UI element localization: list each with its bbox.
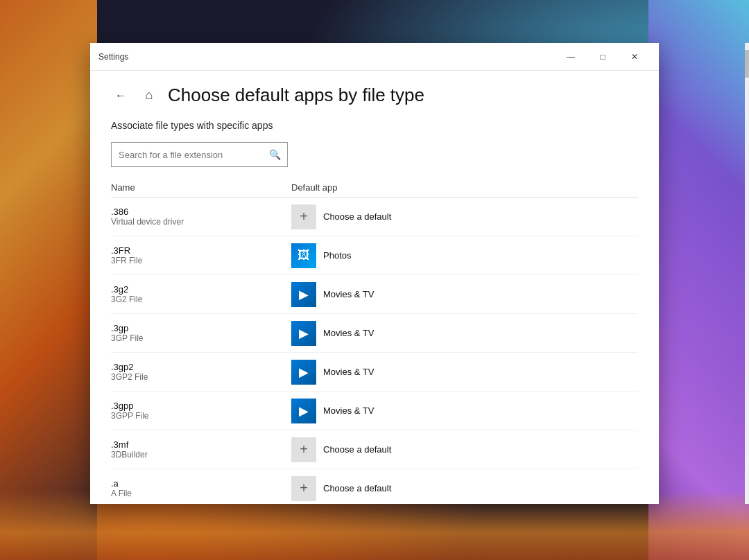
search-icon: 🔍 <box>269 149 281 160</box>
app-name: Choose a default <box>323 483 391 493</box>
plus-icon: + <box>291 476 316 501</box>
back-button[interactable]: ← <box>111 86 130 105</box>
default-app-button[interactable]: + Choose a default <box>291 437 638 462</box>
file-list[interactable]: .386 Virtual device driver + Choose a de… <box>111 198 638 504</box>
file-extension: .3gp <box>111 323 291 333</box>
photos-icon: 🖼 <box>291 243 316 268</box>
cubes-right-decoration <box>648 0 749 560</box>
file-description: Virtual device driver <box>111 217 291 227</box>
file-description: 3GP File <box>111 333 291 343</box>
file-extension: .3FR <box>111 245 291 256</box>
file-description: A File <box>111 489 291 498</box>
file-info: .a A File <box>111 478 291 498</box>
app-name: Movies & TV <box>323 328 374 338</box>
page-title: Choose default apps by file type <box>168 85 424 106</box>
title-bar: Settings — □ ✕ <box>90 43 659 71</box>
file-extension: .a <box>111 478 291 489</box>
plus-icon: + <box>291 437 316 462</box>
file-info: .3FR 3FR File <box>111 245 291 265</box>
default-app-button[interactable]: ▶ Movies & TV <box>291 360 638 385</box>
app-name: Choose a default <box>323 444 391 455</box>
file-row: .3FR 3FR File 🖼 Photos <box>111 236 638 275</box>
content-area: ← ⌂ Choose default apps by file type Ass… <box>90 71 659 504</box>
file-row: .a A File + Choose a default <box>111 469 638 504</box>
app-name: Movies & TV <box>323 405 374 416</box>
movies-icon: ▶ <box>291 282 316 307</box>
cubes-left-decoration <box>0 0 97 560</box>
col-default-app: Default app <box>291 182 638 193</box>
col-name: Name <box>111 182 291 193</box>
file-row: .386 Virtual device driver + Choose a de… <box>111 198 638 236</box>
close-button[interactable]: ✕ <box>619 43 651 71</box>
back-icon: ← <box>115 89 126 102</box>
file-info: .3gpp 3GPP File <box>111 401 291 421</box>
file-info: .3g2 3G2 File <box>111 284 291 304</box>
default-app-button[interactable]: + Choose a default <box>291 476 638 501</box>
file-info: .386 Virtual device driver <box>111 207 291 227</box>
file-info: .3mf 3DBuilder <box>111 439 291 460</box>
file-extension: .3g2 <box>111 284 291 295</box>
file-description: 3FR File <box>111 256 291 265</box>
movies-icon: ▶ <box>291 399 316 423</box>
app-name: Photos <box>323 250 351 261</box>
title-bar-left: Settings <box>98 52 555 62</box>
title-bar-controls: — □ ✕ <box>555 43 651 71</box>
search-button[interactable]: 🔍 <box>262 142 287 167</box>
window-title: Settings <box>98 52 128 62</box>
page-subtitle: Associate file types with specific apps <box>111 120 638 131</box>
plus-icon: + <box>291 204 316 229</box>
default-app-button[interactable]: + Choose a default <box>291 204 638 229</box>
file-row: .3gp2 3GP2 File ▶ Movies & TV <box>111 353 638 392</box>
home-symbol: ⌂ <box>146 88 153 103</box>
movies-icon: ▶ <box>291 321 316 346</box>
settings-window: Settings — □ ✕ ← ⌂ Choose default apps b… <box>90 43 659 504</box>
maximize-button[interactable]: □ <box>587 43 619 71</box>
movies-icon: ▶ <box>291 360 316 385</box>
default-app-button[interactable]: ▶ Movies & TV <box>291 399 638 423</box>
search-box[interactable]: 🔍 <box>111 142 288 167</box>
file-extension: .3gpp <box>111 401 291 411</box>
default-app-button[interactable]: ▶ Movies & TV <box>291 321 638 346</box>
file-description: 3GPP File <box>111 411 291 421</box>
app-name: Choose a default <box>323 211 391 222</box>
file-description: 3GP2 File <box>111 372 291 382</box>
file-extension: .386 <box>111 207 291 217</box>
header-row: ← ⌂ Choose default apps by file type <box>111 85 638 106</box>
file-row: .3gpp 3GPP File ▶ Movies & TV <box>111 392 638 430</box>
scroll-accent <box>745 43 749 504</box>
default-app-button[interactable]: 🖼 Photos <box>291 243 638 268</box>
column-headers: Name Default app <box>111 178 638 198</box>
home-icon[interactable]: ⌂ <box>140 87 158 105</box>
file-row: .3mf 3DBuilder + Choose a default <box>111 430 638 469</box>
file-info: .3gp2 3GP2 File <box>111 362 291 382</box>
minimize-button[interactable]: — <box>555 43 587 71</box>
file-description: 3DBuilder <box>111 450 291 460</box>
file-row: .3gp 3GP File ▶ Movies & TV <box>111 314 638 353</box>
scroll-thumb[interactable] <box>745 50 749 78</box>
app-name: Movies & TV <box>323 367 374 377</box>
file-row: .3g2 3G2 File ▶ Movies & TV <box>111 275 638 314</box>
file-description: 3G2 File <box>111 295 291 304</box>
app-name: Movies & TV <box>323 289 374 299</box>
file-info: .3gp 3GP File <box>111 323 291 343</box>
file-extension: .3gp2 <box>111 362 291 372</box>
default-app-button[interactable]: ▶ Movies & TV <box>291 282 638 307</box>
file-extension: .3mf <box>111 439 291 450</box>
search-input[interactable] <box>112 150 262 160</box>
